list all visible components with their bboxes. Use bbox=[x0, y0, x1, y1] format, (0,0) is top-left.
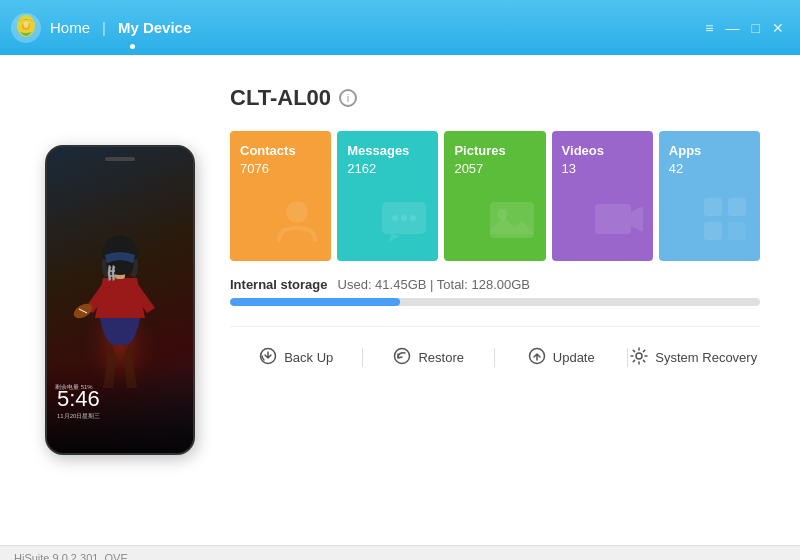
restore-label: Restore bbox=[418, 350, 464, 365]
tile-videos-count: 13 bbox=[562, 161, 643, 176]
nav-active-dot bbox=[130, 44, 135, 49]
backup-label: Back Up bbox=[284, 350, 333, 365]
phone-frame: 剩余电量 51% 5:46 11月20日星期三 bbox=[45, 145, 195, 455]
restore-icon bbox=[393, 347, 411, 368]
restore-button[interactable]: Restore bbox=[363, 341, 496, 374]
tile-contacts-count: 7076 bbox=[240, 161, 321, 176]
backup-icon bbox=[259, 347, 277, 368]
menu-button[interactable]: ≡ bbox=[705, 20, 713, 36]
phone-status-bar: 剩余电量 51% 5:46 11月20日星期三 bbox=[47, 363, 193, 453]
phone-mockup: 剩余电量 51% 5:46 11月20日星期三 bbox=[40, 75, 200, 525]
system-recovery-label: System Recovery bbox=[655, 350, 757, 365]
tile-messages-label: Messages bbox=[347, 143, 428, 158]
device-header: CLT-AL00 i bbox=[230, 85, 760, 111]
update-icon bbox=[528, 347, 546, 368]
svg-rect-18 bbox=[728, 222, 746, 240]
storage-section: Internal storage Used: 41.45GB | Total: … bbox=[230, 277, 760, 306]
svg-point-22 bbox=[636, 353, 642, 359]
tile-videos-label: Videos bbox=[562, 143, 643, 158]
system-recovery-icon bbox=[630, 347, 648, 368]
tile-apps-label: Apps bbox=[669, 143, 750, 158]
maximize-button[interactable]: □ bbox=[752, 20, 760, 36]
contacts-icon bbox=[271, 194, 323, 253]
phone-speaker bbox=[105, 157, 135, 161]
nav-mydevice[interactable]: My Device bbox=[118, 19, 191, 36]
tile-videos[interactable]: Videos 13 bbox=[552, 131, 653, 261]
svg-rect-15 bbox=[704, 198, 722, 216]
footer: HiSuite 9.0.2.301_OVE bbox=[0, 545, 800, 560]
update-button[interactable]: Update bbox=[495, 341, 628, 374]
data-tiles: Contacts 7076 Messages 2162 bbox=[230, 131, 760, 261]
tile-pictures-count: 2057 bbox=[454, 161, 535, 176]
storage-bar-background bbox=[230, 298, 760, 306]
storage-title: Internal storage bbox=[230, 277, 328, 292]
phone-date: 11月20日星期三 bbox=[57, 412, 183, 421]
battery-text: 剩余电量 51% bbox=[55, 383, 93, 392]
svg-point-7 bbox=[286, 201, 308, 223]
svg-point-20 bbox=[395, 349, 410, 364]
nav-home[interactable]: Home bbox=[50, 19, 90, 36]
tile-apps[interactable]: Apps 42 bbox=[659, 131, 760, 261]
apps-icon bbox=[700, 194, 752, 253]
tile-messages-count: 2162 bbox=[347, 161, 428, 176]
tile-pictures[interactable]: Pictures 2057 bbox=[444, 131, 545, 261]
device-name: CLT-AL00 bbox=[230, 85, 331, 111]
right-content: CLT-AL00 i Contacts 7076 Messages 2162 bbox=[230, 85, 760, 525]
svg-point-11 bbox=[410, 215, 416, 221]
phone-screen: 剩余电量 51% 5:46 11月20日星期三 bbox=[47, 147, 193, 453]
nav-separator: | bbox=[102, 19, 106, 36]
info-icon[interactable]: i bbox=[339, 89, 357, 107]
minimize-button[interactable]: — bbox=[726, 20, 740, 36]
messages-icon bbox=[378, 194, 430, 253]
svg-point-9 bbox=[392, 215, 398, 221]
window-controls: ≡ — □ ✕ bbox=[705, 20, 784, 36]
tile-contacts-label: Contacts bbox=[240, 143, 321, 158]
close-button[interactable]: ✕ bbox=[772, 20, 784, 36]
storage-bar-fill bbox=[230, 298, 400, 306]
tile-apps-count: 42 bbox=[669, 161, 750, 176]
version-text: HiSuite 9.0.2.301_OVE bbox=[14, 552, 128, 560]
svg-point-10 bbox=[401, 215, 407, 221]
titlebar-left: Home | My Device bbox=[10, 12, 191, 44]
tile-contacts[interactable]: Contacts 7076 bbox=[230, 131, 331, 261]
svg-rect-14 bbox=[595, 204, 631, 234]
backup-button[interactable]: Back Up bbox=[230, 341, 363, 374]
storage-usage-info: Used: 41.45GB | Total: 128.00GB bbox=[338, 277, 530, 292]
pictures-icon bbox=[486, 194, 538, 253]
tile-pictures-label: Pictures bbox=[454, 143, 535, 158]
phone-battery-info: 剩余电量 51% bbox=[55, 383, 185, 392]
videos-icon bbox=[593, 194, 645, 253]
main-content: 剩余电量 51% 5:46 11月20日星期三 CLT-AL00 i Conta… bbox=[0, 55, 800, 545]
update-label: Update bbox=[553, 350, 595, 365]
svg-point-13 bbox=[497, 209, 507, 219]
action-buttons: Back Up Restore bbox=[230, 326, 760, 374]
titlebar: Home | My Device ≡ — □ ✕ bbox=[0, 0, 800, 55]
svg-rect-16 bbox=[728, 198, 746, 216]
tile-messages[interactable]: Messages 2162 bbox=[337, 131, 438, 261]
storage-label-row: Internal storage Used: 41.45GB | Total: … bbox=[230, 277, 760, 292]
system-recovery-button[interactable]: System Recovery bbox=[628, 341, 761, 374]
svg-rect-17 bbox=[704, 222, 722, 240]
app-logo bbox=[10, 12, 42, 44]
